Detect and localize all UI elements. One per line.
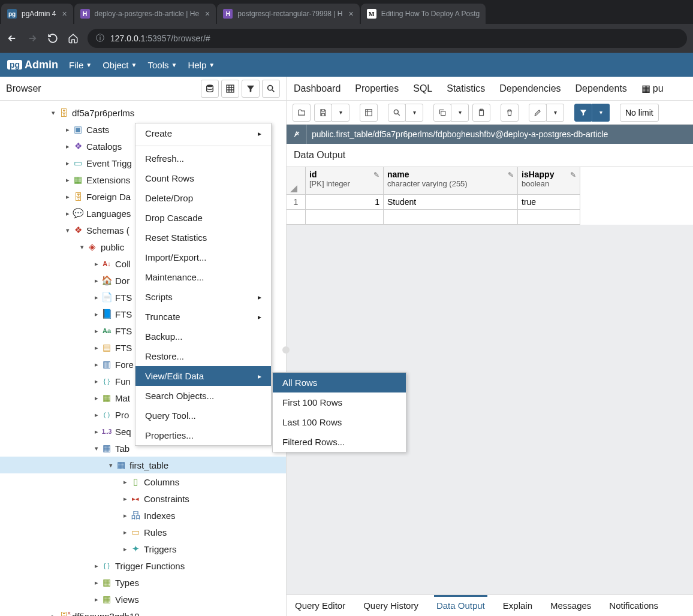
- collapse-icon[interactable]: ▾: [107, 461, 115, 469]
- collapse-icon[interactable]: ▾: [92, 445, 101, 452]
- tab-data-output[interactable]: Data Output: [434, 595, 487, 614]
- expand-icon[interactable]: ▸: [92, 277, 101, 285]
- table-row[interactable]: 1 1 Student true: [287, 195, 693, 210]
- tab-query-history[interactable]: Query History: [361, 597, 421, 614]
- cm-sub-first-100[interactable]: First 100 Rows: [273, 392, 406, 412]
- tree-node-constraints[interactable]: ▸▸◂Constraints: [0, 490, 286, 507]
- save-data-button[interactable]: [360, 104, 378, 122]
- edit-icon[interactable]: ✎: [373, 171, 379, 179]
- collapse-icon[interactable]: ▾: [64, 227, 72, 234]
- browser-tab-heroku1[interactable]: H deploy-a-postgres-db-article | He ×: [74, 4, 216, 24]
- expand-icon[interactable]: ▸: [64, 126, 72, 134]
- copy-dropdown[interactable]: ▾: [451, 104, 469, 122]
- delete-row-button[interactable]: [501, 104, 519, 122]
- column-header-ishappy[interactable]: isHappyboolean✎: [518, 167, 580, 195]
- cm-backup[interactable]: Backup...: [135, 327, 271, 346]
- tab-dashboard[interactable]: Dashboard: [294, 83, 341, 94]
- tree-node-other-database[interactable]: ▸🗄×df5aoupn3qdh10: [0, 608, 286, 616]
- forward-button[interactable]: [26, 32, 38, 44]
- table-row-empty[interactable]: [287, 210, 693, 225]
- back-button[interactable]: [6, 32, 18, 44]
- tree-node-indexes[interactable]: ▸品Indexes: [0, 507, 286, 524]
- edit-icon[interactable]: ✎: [508, 171, 514, 179]
- cell-ishappy[interactable]: true: [518, 195, 580, 210]
- find-dropdown[interactable]: ▾: [405, 104, 423, 122]
- address-bar[interactable]: ⓘ 127.0.0.1:53957/browser/#: [88, 29, 687, 48]
- paste-button[interactable]: [472, 104, 490, 122]
- tree-node-database[interactable]: ▾🗄df5a7pr6perlms: [0, 104, 286, 121]
- expand-icon[interactable]: ▸: [92, 596, 101, 603]
- connection-status-icon[interactable]: [287, 125, 307, 144]
- expand-icon[interactable]: ▸: [121, 512, 129, 520]
- expand-icon[interactable]: ▸: [92, 579, 101, 587]
- grid-corner[interactable]: [287, 167, 306, 195]
- menu-help[interactable]: Help▼: [188, 60, 215, 70]
- column-header-id[interactable]: id[PK] integer✎: [306, 167, 384, 195]
- cell-id[interactable]: [306, 210, 384, 225]
- tab-query-editor[interactable]: Query Editor: [293, 597, 348, 614]
- tab-messages[interactable]: Messages: [548, 597, 593, 614]
- edit-icon[interactable]: ✎: [570, 171, 576, 179]
- cm-delete-drop[interactable]: Delete/Drop: [135, 188, 271, 208]
- expand-icon[interactable]: ▸: [92, 562, 101, 570]
- expand-icon[interactable]: ▸: [92, 361, 101, 369]
- expand-icon[interactable]: ▸: [92, 394, 101, 402]
- cm-sub-last-100[interactable]: Last 100 Rows: [273, 412, 406, 432]
- row-number[interactable]: [287, 210, 306, 225]
- cell-ishappy[interactable]: [518, 210, 580, 225]
- cm-properties[interactable]: Properties...: [135, 425, 271, 445]
- cm-sub-filtered[interactable]: Filtered Rows...: [273, 432, 406, 452]
- tree-node-triggers[interactable]: ▸✦Triggers: [0, 540, 286, 557]
- filter-button[interactable]: [574, 104, 592, 122]
- tab-sql[interactable]: SQL: [413, 83, 432, 94]
- sidebar-tool-filter-icon[interactable]: [242, 80, 260, 98]
- menu-object[interactable]: Object▼: [103, 60, 137, 70]
- cm-refresh[interactable]: Refresh...: [135, 149, 271, 168]
- cm-query-tool[interactable]: Query Tool...: [135, 406, 271, 425]
- tree-node-rules[interactable]: ▸▭Rules: [0, 524, 286, 540]
- cm-search-objects[interactable]: Search Objects...: [135, 386, 271, 406]
- save-button[interactable]: [314, 104, 332, 122]
- browser-tab-heroku2[interactable]: H postgresql-rectangular-79998 | H ×: [217, 4, 359, 24]
- expand-icon[interactable]: ▸: [64, 176, 72, 184]
- expand-icon[interactable]: ▸: [64, 193, 72, 201]
- cm-drop-cascade[interactable]: Drop Cascade: [135, 208, 271, 228]
- home-button[interactable]: [67, 32, 79, 44]
- menu-tools[interactable]: Tools▼: [147, 60, 177, 70]
- expand-icon[interactable]: ▸: [92, 378, 101, 385]
- expand-icon[interactable]: ▸: [92, 411, 101, 419]
- limit-selector[interactable]: No limit: [620, 104, 659, 122]
- cm-view-edit-data[interactable]: View/Edit Data▸: [135, 366, 271, 386]
- tree-node-columns[interactable]: ▸▯Columns: [0, 473, 286, 490]
- cm-import-export[interactable]: Import/Export...: [135, 247, 271, 267]
- expand-icon[interactable]: ▸: [121, 529, 129, 536]
- expand-icon[interactable]: ▸: [121, 495, 129, 503]
- close-icon[interactable]: ×: [62, 9, 67, 19]
- pgadmin-logo[interactable]: pg Admin: [7, 59, 58, 71]
- close-icon[interactable]: ×: [205, 9, 210, 19]
- collapse-icon[interactable]: ▾: [49, 109, 58, 117]
- sidebar-tool-db-icon[interactable]: [201, 80, 219, 98]
- browser-tab-medium[interactable]: M Editing How To Deploy A Postg: [361, 4, 486, 24]
- sidebar-tool-search-icon[interactable]: [262, 80, 280, 98]
- reload-button[interactable]: [47, 32, 59, 44]
- find-button[interactable]: [388, 104, 406, 122]
- tab-statistics[interactable]: Statistics: [447, 83, 485, 94]
- expand-icon[interactable]: ▸: [121, 478, 129, 486]
- expand-icon[interactable]: ▸: [92, 310, 101, 318]
- cm-restore[interactable]: Restore...: [135, 346, 271, 366]
- menu-file[interactable]: File▼: [69, 60, 92, 70]
- tree-node-types[interactable]: ▸▦Types: [0, 574, 286, 591]
- edit-dropdown[interactable]: ▾: [546, 104, 564, 122]
- info-icon[interactable]: ⓘ: [96, 33, 104, 44]
- expand-icon[interactable]: ▸: [64, 210, 72, 218]
- cm-count-rows[interactable]: Count Rows: [135, 168, 271, 188]
- tab-explain[interactable]: Explain: [501, 597, 535, 614]
- tree-node-views[interactable]: ▸▦Views: [0, 591, 286, 608]
- expand-icon[interactable]: ▸: [64, 143, 72, 150]
- browser-tab-pgadmin[interactable]: pg pgAdmin 4 ×: [1, 4, 73, 24]
- expand-icon[interactable]: ▸: [92, 294, 101, 301]
- tree-node-first-table[interactable]: ▾▦first_table: [0, 457, 286, 473]
- open-file-button[interactable]: [293, 104, 311, 122]
- edit-button[interactable]: [529, 104, 547, 122]
